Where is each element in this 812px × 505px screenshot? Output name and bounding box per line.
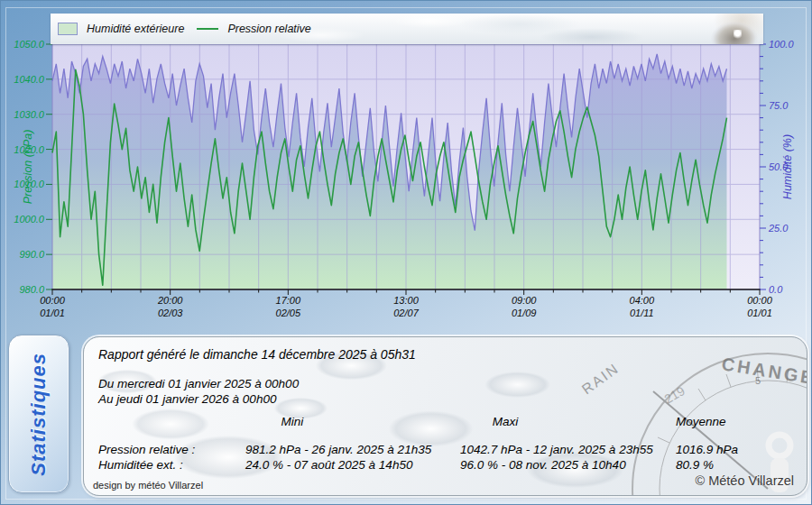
pressure-moyenne-value: 1016.9 hPa: [676, 443, 738, 456]
statistics-tab-label: Statistiques: [27, 353, 51, 476]
x-tick-time: 17:00: [276, 295, 301, 306]
humidity-moyenne-value: 80.9 %: [676, 458, 714, 472]
humidity-legend-label: Humidité extérieure: [87, 23, 184, 35]
humidity-tick-label: 100.0: [769, 39, 794, 50]
photo-dial-number: 5: [755, 375, 761, 386]
copyright: © Météo Villarzel: [695, 473, 794, 488]
x-tick-date: 01/01: [747, 308, 772, 318]
x-axis-labels: 00:0001/0120:0002/0317:0002/0513:0002/07…: [40, 295, 772, 318]
statistics-tab: Statistiques: [8, 335, 69, 493]
humidity-tick-label: 75.0: [769, 100, 789, 111]
pressure-axis-ticks: [46, 44, 52, 289]
column-header-maxi: Maxi: [442, 415, 568, 428]
x-tick-date: 02/07: [393, 308, 419, 318]
pressure-tick-label: 1050.0: [14, 39, 45, 50]
photo-dial-small-number: 219: [662, 383, 687, 407]
statistics-panel: CHANGE RAIN 5 219 Rapport généré le dima…: [83, 336, 807, 496]
x-tick-date: 02/05: [276, 308, 301, 318]
x-tick-time: 00:00: [40, 295, 65, 306]
x-tick-time: 13:00: [393, 295, 419, 306]
x-tick-time: 00:00: [747, 295, 772, 306]
x-tick-date: 02/03: [158, 308, 183, 318]
pressure-axis-title: Pression (hPa): [22, 130, 34, 205]
humidity-axis-title: Humidité (%): [781, 134, 794, 199]
x-tick-time: 20:00: [157, 295, 183, 306]
pressure-legend-label: Pression relative: [227, 23, 310, 35]
humidity-row-label: Humiditée ext. :: [98, 458, 183, 472]
pressure-tick-label: 980.0: [19, 284, 44, 295]
photo-change-label: CHANGE: [720, 354, 807, 388]
x-tick-time: 09:00: [512, 295, 537, 306]
x-tick-date: 01/09: [512, 308, 537, 318]
pressure-tick-label: 990.0: [19, 249, 44, 260]
pressure-line-swatch: [197, 28, 218, 30]
humidity-maxi-value: 96.0 % - 08 nov. 2025 à 10h40: [460, 458, 626, 472]
humidity-axis-ticks: [760, 44, 766, 289]
pressure-maxi-value: 1042.7 hPa - 12 janv. 2025 à 23h55: [460, 443, 653, 456]
humidity-area-swatch: [58, 23, 78, 35]
column-header-moyenne: Moyenne: [676, 415, 726, 428]
x-tick-time: 04:00: [630, 295, 655, 306]
pressure-row-label: Pression relative :: [98, 443, 195, 456]
column-header-mini: Mini: [229, 415, 355, 428]
barometer-photo-thumbnail: [693, 14, 763, 44]
pressure-tick-label: 1030.0: [14, 109, 45, 120]
period-from: Du mercredi 01 janvier 2025 à 00h00: [98, 377, 299, 390]
report-title: Rapport généré le dimanche 14 décembre 2…: [98, 347, 416, 362]
humidity-tick-label: 0.0: [769, 284, 783, 295]
pressure-tick-label: 1040.0: [14, 74, 45, 85]
photo-rain-label: RAIN: [579, 360, 622, 397]
weather-report-page: 00:0001/0120:0002/0317:0002/0513:0002/07…: [0, 0, 812, 505]
humidity-tick-label: 25.0: [768, 223, 789, 234]
humidity-mini-value: 24.0 % - 07 août 2025 à 14h50: [245, 458, 412, 472]
pressure-tick-label: 1000.0: [14, 214, 45, 225]
legend: Humidité extérieure Pression relative: [51, 14, 763, 44]
x-tick-date: 01/01: [40, 308, 65, 318]
pressure-humidity-chart: 00:0001/0120:0002/0317:0002/0513:0002/07…: [1, 1, 812, 333]
design-credit: design by météo Villarzel: [93, 480, 203, 491]
period-to: Au jeudi 01 janvier 2026 à 00h00: [98, 392, 276, 406]
pressure-mini-value: 981.2 hPa - 26 janv. 2025 à 21h35: [245, 443, 431, 456]
x-tick-date: 01/11: [630, 308, 654, 318]
